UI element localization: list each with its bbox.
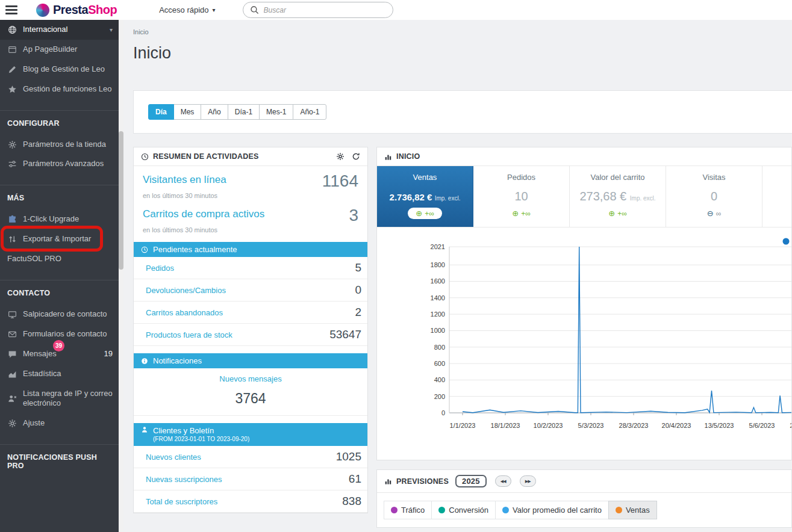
sidebar-item-gestion-de-funciones-leo[interactable]: Gestión de funciones Leo xyxy=(0,79,119,99)
row-link[interactable]: Devoluciones/Cambios xyxy=(146,286,226,295)
filter-mes-button[interactable]: Mes xyxy=(173,104,202,120)
sidebar-item-label: Ap PageBuilder xyxy=(23,45,113,55)
sidebar: Internacional▾Ap PageBuilderBlog de Gest… xyxy=(0,20,123,532)
row-link[interactable]: Nuevos clientes xyxy=(146,453,201,462)
globe-icon xyxy=(7,25,17,34)
customers-row-total-de-suscriptores: Total de suscriptores838 xyxy=(134,490,367,513)
svg-text:1400: 1400 xyxy=(431,294,445,302)
legend-label: Conversión xyxy=(449,506,488,515)
sidebar-item-blog-de-gestion-de-leo[interactable]: Blog de Gestión de Leo xyxy=(0,60,119,79)
sidebar-item-factusol-pro[interactable]: FactuSOL PRO xyxy=(0,249,119,269)
legend-conversion[interactable]: Conversión xyxy=(431,501,496,519)
row-link[interactable]: Total de suscriptores xyxy=(146,497,217,506)
quick-access-dropdown[interactable]: Acceso rápido ▾ xyxy=(159,5,215,14)
star-icon xyxy=(7,85,17,94)
sidebar-nav: Internacional▾Ap PageBuilderBlog de Gest… xyxy=(0,20,119,477)
legend-trafico[interactable]: Tráfico xyxy=(384,501,432,519)
trend-badge: ⊕+∞ xyxy=(608,209,626,218)
page-title: Inicio xyxy=(133,44,792,63)
row-value: 2 xyxy=(355,306,361,319)
sidebar-item-lista-negra-de-ip-y-correo-electronico[interactable]: Lista negra de IP y correo electrónico xyxy=(0,384,119,414)
sidebar-item-mensajes[interactable]: Mensajes1939 xyxy=(0,344,119,364)
row-link[interactable]: Nuevas suscripciones xyxy=(146,475,222,484)
prestashop-logo[interactable]: PrestaShop xyxy=(36,3,117,17)
sidebar-item-label: Parámetros de la tienda xyxy=(23,140,113,150)
filter-dia-1-button[interactable]: Día-1 xyxy=(228,104,260,120)
metric-link[interactable]: Carritos de compra activos xyxy=(143,208,264,220)
advanced-settings-icon xyxy=(7,159,17,169)
row-link[interactable]: Pedidos xyxy=(146,264,174,273)
bar-chart-icon xyxy=(384,477,392,485)
sales-chart-svg: 02004006008001000120014001600180020211/1… xyxy=(377,236,791,436)
kpi-value: 10 xyxy=(514,190,528,203)
svg-text:1800: 1800 xyxy=(431,261,445,268)
svg-text:600: 600 xyxy=(434,360,445,367)
row-value: 0 xyxy=(355,283,361,297)
forecast-legend: TráficoConversiónValor promedio del carr… xyxy=(377,493,791,527)
sidebar-item-label: 1-Click Upgrade xyxy=(23,214,113,224)
legend-valor-promedio-del-carrito[interactable]: Valor promedio del carrito xyxy=(495,501,609,519)
svg-text:28/3/2023: 28/3/2023 xyxy=(619,422,649,429)
kpi-partial[interactable] xyxy=(762,166,791,227)
chart-series-legend-dot xyxy=(783,238,790,245)
info-icon xyxy=(141,357,148,365)
trends-panel-header: INICIO xyxy=(377,147,791,166)
svg-text:1600: 1600 xyxy=(431,277,445,285)
kpi-label: Pedidos xyxy=(507,173,535,182)
gear-icon[interactable] xyxy=(336,152,345,161)
search-box[interactable] xyxy=(243,2,393,18)
sidebar-item-label: Formularios de contacto xyxy=(23,329,113,339)
filter-ano-1-button[interactable]: Año-1 xyxy=(293,104,326,120)
sidebar-item-internacional[interactable]: Internacional▾ xyxy=(0,20,119,40)
clock-icon xyxy=(141,246,148,253)
activity-panel: RESUMEN DE ACTIVIDADES Visitantes en lín… xyxy=(133,147,368,513)
row-link[interactable]: Carritos abandonados xyxy=(146,308,223,317)
search-icon xyxy=(250,5,259,14)
new-messages-value: 3764 xyxy=(134,391,367,407)
legend-dot xyxy=(616,507,622,513)
sidebar-scrollbar[interactable] xyxy=(119,20,123,532)
sidebar-item-parametros-de-la-tienda[interactable]: Parámetros de la tienda xyxy=(0,135,119,155)
chevron-down-icon: ▾ xyxy=(110,26,113,34)
kpi-visitas[interactable]: Visitas0⊖∞ xyxy=(666,166,762,227)
trend-badge: ⊖∞ xyxy=(707,209,721,218)
sidebar-item-ajuste[interactable]: Ajuste xyxy=(0,413,119,433)
sidebar-item-salpicadero-de-contacto[interactable]: Salpicadero de contacto xyxy=(0,305,119,324)
quick-access-label: Acceso rápido xyxy=(159,5,208,14)
sidebar-item-parametros-avanzados[interactable]: Parámetros Avanzados xyxy=(0,154,119,174)
new-messages-link[interactable]: Nuevos mensajes xyxy=(134,374,367,383)
sidebar-item-1-click-upgrade[interactable]: 1-Click Upgrade xyxy=(0,209,119,229)
filter-mes-1-button[interactable]: Mes-1 xyxy=(259,104,293,120)
refresh-icon[interactable] xyxy=(352,152,360,161)
forecast-next-button[interactable]: ▶▶ xyxy=(520,475,536,487)
row-value: 61 xyxy=(349,472,361,486)
prestashop-logo-text: PrestaShop xyxy=(53,3,117,17)
sidebar-section-contacto: CONTACTO xyxy=(0,280,119,305)
kpi-tabs-row: Ventas2.736,82 € Imp. excl.⊕+∞Pedidos10⊕… xyxy=(377,166,791,227)
row-link[interactable]: Productos fuera de stock xyxy=(146,330,232,339)
kpi-valor-del-carrito[interactable]: Valor del carrito273,68 € Imp. excl.⊕+∞ xyxy=(570,166,666,227)
menu-toggle-icon[interactable] xyxy=(5,4,17,16)
svg-text:13/5/2023: 13/5/2023 xyxy=(705,422,734,429)
legend-ventas[interactable]: Ventas xyxy=(608,501,657,519)
metric-link[interactable]: Visitantes en línea xyxy=(143,174,226,186)
dashboard-columns: RESUMEN DE ACTIVIDADES Visitantes en lín… xyxy=(133,147,792,528)
search-input[interactable] xyxy=(264,6,386,14)
prestashop-logo-icon xyxy=(36,4,49,17)
trend-badge-value: +∞ xyxy=(521,209,531,218)
kpi-ventas[interactable]: Ventas2.736,82 € Imp. excl.⊕+∞ xyxy=(377,166,473,227)
sidebar-item-exportar-importar[interactable]: Exportar & Importar xyxy=(0,229,119,249)
filter-ano-button[interactable]: Año xyxy=(201,104,228,120)
pending-row-carritos-abandonados: Carritos abandonados2 xyxy=(134,302,367,324)
customers-header: Clientes y Boletín(FROM 2023-01-01 TO 20… xyxy=(134,423,367,446)
sidebar-section-configurar: CONFIGURAR xyxy=(0,110,119,135)
sidebar-item-ap-pagebuilder[interactable]: Ap PageBuilder xyxy=(0,40,119,60)
forecast-panel-header: PREVISIONES 2025 ◀◀ ▶▶ xyxy=(377,470,791,493)
svg-text:18/1/2023: 18/1/2023 xyxy=(491,422,520,429)
puzzle-icon xyxy=(7,215,17,224)
forecast-prev-button[interactable]: ◀◀ xyxy=(495,475,511,487)
sidebar-scrollbar-thumb[interactable] xyxy=(119,131,123,270)
kpi-pedidos[interactable]: Pedidos10⊕+∞ xyxy=(473,166,570,227)
filter-dia-button[interactable]: Día xyxy=(148,104,174,120)
sidebar-item-estadistica[interactable]: Estadística xyxy=(0,364,119,384)
